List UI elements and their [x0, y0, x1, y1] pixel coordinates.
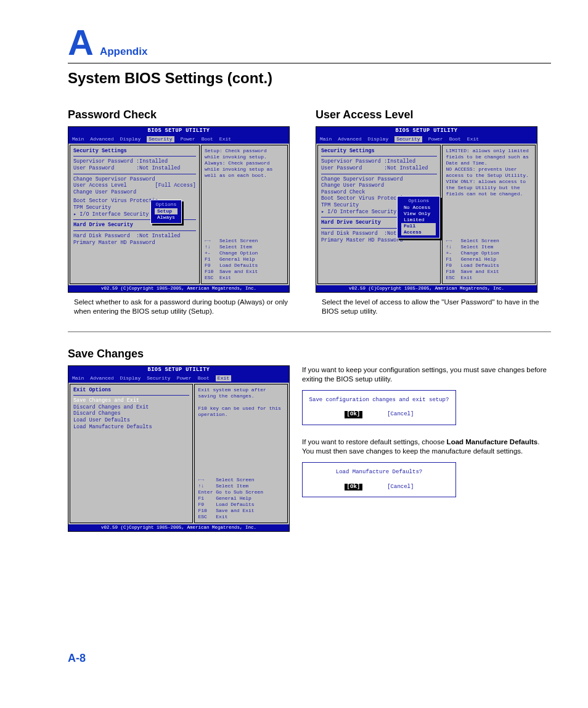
bios-left-pane: Security Settings Supervisor Password :I… [70, 145, 200, 284]
password-check-section: Password Check BIOS SETUP UTILITY Main A… [68, 108, 303, 316]
page-number: A-8 [68, 652, 86, 665]
bios-title: BIOS SETUP UTILITY [68, 127, 289, 135]
page-title: System BIOS Settings (cont.) [68, 70, 551, 87]
divider [68, 332, 551, 332]
dialog-message: Load Manufacture Defaults? [309, 469, 449, 476]
ok-button[interactable]: [Ok] [345, 484, 363, 491]
appendix-label: Appendix [100, 46, 147, 58]
ok-button[interactable]: [Ok] [345, 411, 363, 418]
load-defaults-dialog: Load Manufacture Defaults? [Ok] [Cancel] [302, 462, 456, 497]
section-heading: User Access Level [316, 108, 551, 121]
options-popup: Options No Access View Only Limited Full… [397, 196, 440, 238]
user-access-section: User Access Level BIOS SETUP UTILITY Mai… [316, 108, 551, 316]
bios-screenshot-useraccess: BIOS SETUP UTILITY Main Advanced Display… [316, 126, 537, 293]
bios-menu: Main Advanced Display Security Power Boo… [68, 135, 289, 144]
bios-right-pane: Setup: Check password while invoking set… [201, 145, 288, 284]
caption: Select the level of access to allow the … [316, 298, 551, 316]
appendix-header: A Appendix [68, 25, 551, 60]
bios-screenshot-password: BIOS SETUP UTILITY Main Advanced Display… [68, 126, 290, 293]
caption: Select whether to ask for a password dur… [68, 298, 303, 316]
save-confirm-dialog: Save configuration changes and exit setu… [302, 390, 456, 425]
bios-screenshot-save: BIOS SETUP UTILITY Main Advanced Display… [68, 365, 290, 532]
dialog-message: Save configuration changes and exit setu… [309, 397, 449, 404]
note-text: If you want to restore default settings,… [302, 437, 551, 456]
cancel-button[interactable]: [Cancel] [387, 484, 414, 491]
options-popup: Options Setup Always [150, 200, 182, 224]
save-notes: If you want to keep your configuration s… [302, 365, 551, 532]
divider [68, 63, 551, 63]
key-legend: ←→ Select Screen ↑↓ Select Item +- Chang… [205, 238, 284, 281]
help-text: Setup: Check password while invoking set… [205, 148, 284, 179]
cancel-button[interactable]: [Cancel] [387, 411, 414, 418]
note-text: If you want to keep your configuration s… [302, 365, 551, 384]
section-heading: Password Check [68, 108, 303, 121]
bios-footer: v02.59 (C)Copyright 1985-2005, American … [68, 285, 289, 292]
save-changes-section: BIOS SETUP UTILITY Main Advanced Display… [68, 365, 290, 532]
section-heading: Save Changes [68, 348, 551, 360]
appendix-letter: A [68, 25, 94, 60]
